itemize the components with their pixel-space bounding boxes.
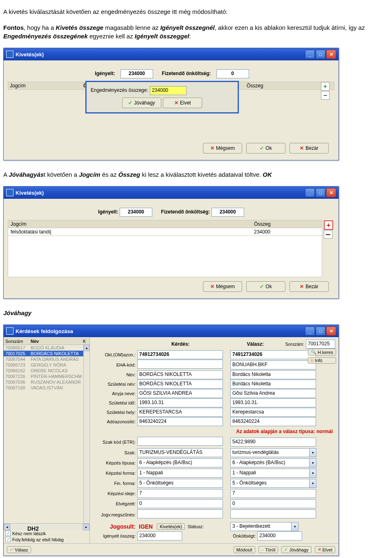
valasz-field[interactable]: Gősi Szilvia Andrea bbox=[230, 389, 316, 398]
kerdes-field[interactable]: KEREPESTARCSA bbox=[137, 408, 223, 417]
sorszam-field[interactable]: 70017025 bbox=[306, 340, 335, 349]
footer-elvet-button[interactable]: ✕Elvet bbox=[315, 546, 335, 553]
igenyelt-field[interactable]: 234000 bbox=[120, 69, 153, 78]
fiz-field[interactable]: 0 bbox=[216, 69, 249, 78]
kerdes-field[interactable]: 6 - Alapképzés (BA/Bsc) bbox=[137, 458, 223, 467]
paragraph-2: Fontos, hogy ha a Kivetés összege magasa… bbox=[3, 23, 387, 40]
titlebar[interactable]: Kivetés(ek) _ □ ✕ bbox=[4, 187, 339, 199]
kerdes-field[interactable]: 7 bbox=[137, 489, 223, 498]
scroll-up-icon[interactable]: ▴ bbox=[84, 345, 89, 351]
vertical-scrollbar[interactable]: ▴ bbox=[83, 345, 89, 527]
info-button[interactable]: ⎘Infó bbox=[308, 357, 336, 364]
hkeres-button[interactable]: 🔍H.keres bbox=[308, 349, 336, 356]
kerdes-field[interactable]: BORDÁCS NIKOLETTA bbox=[137, 380, 223, 389]
chk-foly[interactable]: ✓Foly.feldolg az első hibáig bbox=[4, 536, 89, 542]
kerdes-field[interactable]: BORDÁCS NIKOLETTA bbox=[137, 370, 223, 379]
kerdes-field[interactable]: 0 bbox=[137, 499, 223, 508]
ok-button[interactable]: ✓Ok bbox=[246, 281, 285, 292]
valasz-field[interactable]: 0 bbox=[230, 499, 316, 508]
minimize-button[interactable]: _ bbox=[305, 327, 315, 336]
add-row-button[interactable]: + bbox=[324, 220, 333, 230]
valasz-field[interactable]: 1993.10.31. bbox=[230, 398, 316, 407]
valasz-field[interactable]: 74912734026 bbox=[230, 350, 316, 359]
megsem-button[interactable]: ✕Mégsem bbox=[203, 281, 242, 292]
th-k[interactable]: K bbox=[83, 339, 88, 344]
statusz-combo[interactable]: 3 - Bejelentkezett▾ bbox=[230, 522, 298, 531]
valasz-combo[interactable]: 5 - Önköltséges▾ bbox=[230, 479, 316, 488]
close-button[interactable]: ✕ bbox=[326, 50, 336, 59]
th-sorszam[interactable]: Sorszám bbox=[5, 339, 31, 344]
footer-torol-button[interactable]: −Töröl bbox=[258, 546, 278, 553]
remove-row-button[interactable]: − bbox=[324, 230, 332, 239]
valasz-combo[interactable]: turizmus-vendéglátás▾ bbox=[230, 448, 316, 457]
valasz-field[interactable] bbox=[230, 509, 316, 518]
field-label: Jogv.megszűnés: bbox=[93, 512, 137, 517]
kerdes-field[interactable]: 1 - Nappali bbox=[137, 469, 223, 478]
kerdes-field[interactable]: 8463240224 bbox=[137, 417, 223, 426]
bezar-button[interactable]: ✕Bezár bbox=[290, 281, 329, 292]
kerdes-field[interactable]: GŐSI SZILVIA ANDREA bbox=[137, 389, 223, 398]
chevron-down-icon: ▾ bbox=[309, 479, 316, 488]
kerdes-field[interactable]: TURIZMUS-VENDÉGLÁTÁS bbox=[137, 448, 223, 457]
list-item[interactable]: 70087168VADAS ISTVÁN bbox=[4, 385, 89, 391]
megsem-button[interactable]: ✕Mégsem bbox=[203, 143, 242, 153]
minimize-button[interactable]: _ bbox=[305, 50, 315, 59]
list-item[interactable]: 70066162ORERE NICOLAS bbox=[4, 368, 89, 373]
maximize-button[interactable]: □ bbox=[316, 50, 325, 59]
kerdes-field[interactable] bbox=[137, 509, 223, 518]
valasz-field[interactable]: BONUABH.BKF bbox=[230, 360, 316, 369]
list-item[interactable]: 70017025BORDÁCS NIKOLETTA bbox=[4, 351, 89, 356]
maximize-button[interactable]: □ bbox=[316, 327, 325, 336]
valasz-field[interactable]: 8463240224 bbox=[230, 417, 316, 426]
valasz-field[interactable]: 5422;9890 bbox=[230, 438, 316, 447]
kerdes-field[interactable]: 5 - Önköltséges bbox=[137, 479, 223, 488]
kerdes-field[interactable] bbox=[137, 437, 223, 446]
titlebar[interactable]: Kérdések feldolgozása _ □ ✕ bbox=[4, 325, 339, 337]
minimize-button[interactable]: _ bbox=[305, 188, 315, 197]
fiz-field[interactable]: 234000 bbox=[212, 208, 244, 217]
igenyelt-field[interactable]: 234000 bbox=[120, 208, 152, 217]
scroll-right-icon[interactable]: ▸ bbox=[83, 524, 89, 530]
onk-field[interactable]: 234000 bbox=[257, 531, 302, 540]
kerdes-field[interactable] bbox=[137, 360, 223, 369]
ig-osszeg-label: Igényelt összeg: bbox=[93, 534, 137, 538]
valasz-field[interactable]: Kerepestarcsa bbox=[230, 408, 316, 417]
chk-kesz[interactable]: ✓Kész nem látszik bbox=[4, 530, 89, 536]
kivetesek-button[interactable]: Kivetés(ek) bbox=[157, 523, 185, 530]
check-icon: ✓ bbox=[128, 100, 132, 106]
list-item[interactable]: 70087226PINTÉR-HAMMERSCHM bbox=[4, 373, 89, 379]
scroll-left-icon[interactable]: ◂ bbox=[4, 524, 10, 530]
remove-row-button[interactable]: − bbox=[321, 91, 330, 100]
bezar-button[interactable]: ✕Bezár bbox=[290, 143, 329, 153]
valasz-combo[interactable]: 1 - Nappali▾ bbox=[230, 469, 316, 478]
footer-valasz-button[interactable]: ↩Válasz bbox=[7, 546, 31, 553]
close-button[interactable]: ✕ bbox=[326, 327, 336, 336]
th-nev[interactable]: Név bbox=[31, 339, 83, 344]
ig-osszeg-field[interactable]: 234000 bbox=[137, 531, 182, 540]
jovahagy-button[interactable]: ✓Jóváhagy bbox=[122, 98, 161, 108]
elvet-button[interactable]: ✕Elvet bbox=[163, 98, 202, 108]
list-item[interactable]: 70086723GERGELY NÓRA bbox=[4, 362, 89, 368]
valasz-field[interactable]: 7 bbox=[230, 489, 316, 498]
ok-button[interactable]: ✓Ok bbox=[246, 143, 285, 153]
valasz-combo[interactable]: 6 - Alapképzés (BA/Bsc)▾ bbox=[230, 458, 316, 467]
horizontal-scrollbar[interactable] bbox=[10, 524, 83, 530]
maximize-button[interactable]: □ bbox=[316, 188, 325, 197]
search-icon: 🔍 bbox=[311, 349, 316, 355]
list-item[interactable]: 70087036RUSZANOV ALEXANDR bbox=[4, 379, 89, 385]
table-row[interactable]: felsőoktatási tandíj 234000 bbox=[8, 228, 322, 236]
chevron-down-icon: ▾ bbox=[291, 522, 298, 531]
kerdes-field[interactable]: 74912734026 bbox=[137, 350, 223, 359]
engedmeny-input[interactable]: 234000 bbox=[150, 86, 187, 95]
titlebar[interactable]: Kivetés(ek) _ □ ✕ bbox=[4, 48, 339, 60]
add-row-button[interactable]: + bbox=[321, 82, 330, 91]
valasz-field[interactable]: Bordács Nikoletta bbox=[230, 380, 316, 389]
close-button[interactable]: ✕ bbox=[326, 188, 336, 197]
footer-jovahagy-button[interactable]: ✓Jóváhagy bbox=[281, 546, 311, 553]
list-item[interactable]: 70086517BODÓ KLAUDIA bbox=[4, 345, 89, 351]
valasz-field[interactable]: Bordács Nikoletta bbox=[230, 370, 316, 379]
kerdes-field[interactable]: 1993.10.31 bbox=[137, 398, 223, 407]
list-item[interactable]: 70087044FATA DÁRIUS ANDRÁS bbox=[4, 356, 89, 362]
footer-modosit-button[interactable]: Módosít bbox=[234, 546, 255, 553]
checkbox-icon: ✓ bbox=[5, 537, 11, 542]
